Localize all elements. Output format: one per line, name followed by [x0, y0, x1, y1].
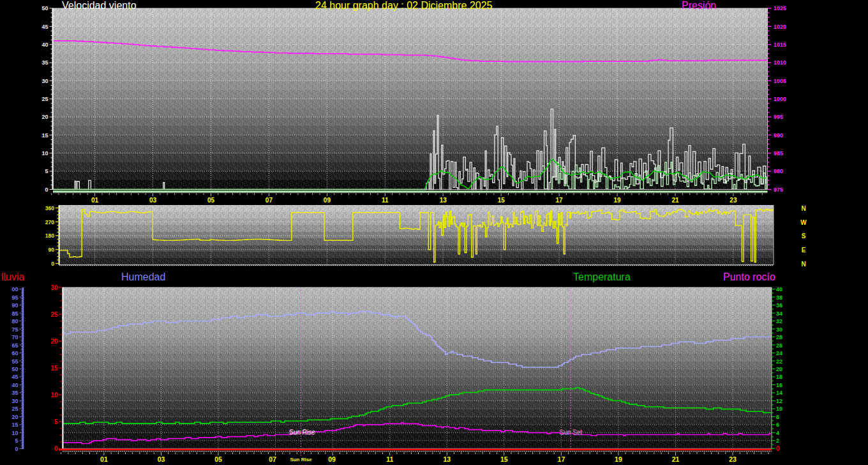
svg-text:0: 0 — [51, 261, 54, 267]
svg-text:16: 16 — [776, 382, 782, 388]
svg-text:5: 5 — [54, 418, 58, 425]
svg-text:30: 30 — [41, 78, 48, 84]
svg-text:09: 09 — [328, 455, 336, 463]
svg-text:23: 23 — [730, 197, 737, 204]
svg-text:90: 90 — [11, 302, 18, 309]
svg-text:990: 990 — [774, 132, 783, 139]
svg-text:21: 21 — [671, 197, 679, 204]
svg-text:S: S — [802, 232, 806, 240]
svg-text:20: 20 — [776, 366, 782, 372]
svg-text:30: 30 — [11, 398, 18, 404]
svg-text:17: 17 — [556, 197, 564, 204]
svg-text:26: 26 — [776, 342, 782, 349]
svg-text:30: 30 — [50, 284, 58, 291]
svg-text:20: 20 — [41, 114, 48, 120]
svg-text:95: 95 — [11, 294, 18, 301]
svg-text:25: 25 — [11, 406, 18, 412]
svg-text:34: 34 — [776, 310, 782, 317]
svg-text:lluvia: lluvia — [1, 271, 25, 282]
svg-text:15: 15 — [500, 455, 508, 463]
svg-text:60: 60 — [11, 350, 18, 356]
svg-text:1025: 1025 — [774, 5, 786, 11]
svg-text:15: 15 — [50, 365, 58, 372]
svg-text:80: 80 — [11, 318, 18, 324]
svg-text:11: 11 — [382, 197, 389, 204]
svg-text:28: 28 — [776, 334, 782, 340]
svg-text:N: N — [801, 205, 805, 212]
svg-text:Sun Rise: Sun Rise — [290, 429, 316, 436]
svg-text:E: E — [802, 247, 806, 254]
svg-text:05: 05 — [214, 455, 222, 463]
svg-text:07: 07 — [266, 197, 273, 204]
svg-text:1020: 1020 — [774, 24, 786, 30]
svg-text:25: 25 — [41, 96, 48, 102]
svg-text:14: 14 — [776, 390, 782, 396]
svg-text:0: 0 — [15, 446, 18, 452]
svg-text:45: 45 — [41, 24, 48, 30]
svg-text:10: 10 — [776, 406, 782, 412]
svg-text:01: 01 — [100, 455, 108, 463]
svg-text:1000: 1000 — [774, 96, 786, 102]
svg-text:N: N — [801, 261, 805, 268]
svg-text:Velocidad viento: Velocidad viento — [62, 0, 137, 11]
svg-text:09: 09 — [324, 197, 331, 204]
svg-text:40: 40 — [776, 286, 782, 293]
svg-text:270: 270 — [45, 219, 54, 225]
svg-text:1010: 1010 — [774, 59, 786, 66]
svg-text:Sun Set: Sun Set — [560, 429, 583, 436]
svg-text:70: 70 — [11, 334, 18, 340]
svg-text:01: 01 — [91, 197, 99, 204]
svg-text:32: 32 — [776, 318, 782, 324]
svg-text:11: 11 — [386, 455, 393, 463]
svg-text:15: 15 — [498, 197, 505, 204]
svg-text:Punto rocío: Punto rocío — [723, 271, 775, 282]
svg-text:17: 17 — [558, 455, 565, 463]
svg-text:19: 19 — [614, 197, 622, 204]
svg-text:40: 40 — [41, 42, 48, 48]
svg-text:13: 13 — [443, 455, 451, 463]
svg-text:24: 24 — [776, 350, 782, 356]
svg-text:55: 55 — [11, 358, 18, 365]
svg-text:2: 2 — [776, 438, 779, 444]
svg-text:00: 00 — [11, 286, 18, 293]
svg-text:975: 975 — [774, 187, 783, 193]
svg-text:40: 40 — [11, 382, 18, 388]
svg-text:21: 21 — [672, 455, 680, 463]
svg-text:75: 75 — [11, 326, 18, 333]
svg-text:Temperatura: Temperatura — [573, 271, 631, 282]
svg-text:45: 45 — [11, 374, 18, 380]
svg-text:180: 180 — [45, 232, 54, 239]
svg-text:24 hour graph day : 02 Diciemb: 24 hour graph day : 02 Diciembre 2025 — [315, 0, 493, 11]
svg-text:5: 5 — [15, 438, 18, 444]
svg-text:35: 35 — [11, 390, 18, 396]
svg-text:65: 65 — [11, 342, 18, 349]
svg-text:4: 4 — [776, 430, 779, 436]
svg-text:35: 35 — [41, 59, 48, 66]
svg-text:90: 90 — [49, 247, 55, 253]
svg-text:25: 25 — [50, 311, 58, 318]
svg-text:Humedad: Humedad — [121, 271, 165, 282]
svg-text:19: 19 — [615, 455, 622, 463]
svg-text:Presión: Presión — [682, 0, 716, 11]
svg-text:13: 13 — [440, 197, 447, 204]
svg-text:6: 6 — [776, 422, 779, 428]
svg-text:5: 5 — [45, 168, 48, 174]
svg-text:Sun Rise: Sun Rise — [290, 457, 312, 462]
svg-text:0: 0 — [776, 445, 780, 452]
svg-text:50: 50 — [11, 366, 18, 372]
svg-text:985: 985 — [774, 150, 783, 156]
svg-text:07: 07 — [269, 455, 276, 463]
svg-text:10: 10 — [41, 150, 48, 156]
svg-text:8: 8 — [776, 414, 779, 420]
svg-text:36: 36 — [776, 302, 782, 309]
svg-text:10: 10 — [50, 392, 58, 399]
svg-text:15: 15 — [41, 132, 48, 139]
svg-text:0: 0 — [45, 187, 48, 193]
svg-text:18: 18 — [776, 374, 782, 380]
svg-text:W: W — [800, 219, 807, 226]
svg-text:360: 360 — [45, 205, 54, 211]
svg-text:85: 85 — [11, 310, 18, 317]
svg-text:995: 995 — [774, 114, 783, 120]
svg-text:20: 20 — [11, 414, 18, 420]
svg-text:20: 20 — [50, 338, 58, 345]
